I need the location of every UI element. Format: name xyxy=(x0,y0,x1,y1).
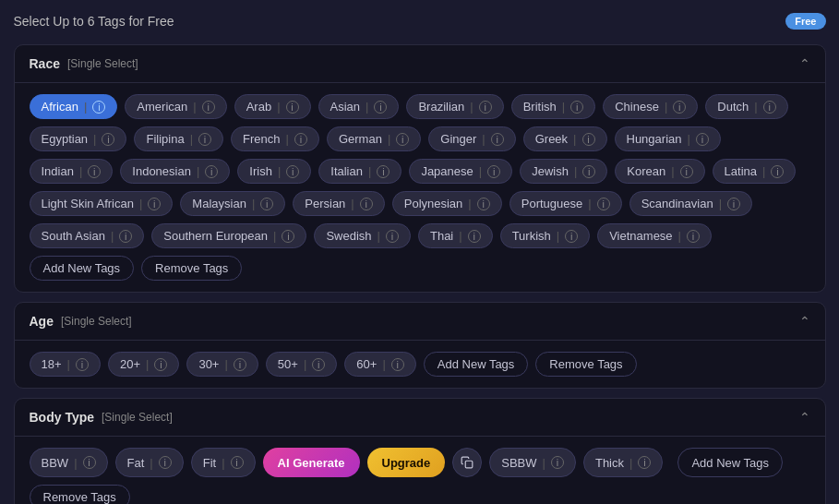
tag-asian[interactable]: Asian | i xyxy=(318,94,400,119)
info-icon[interactable]: i xyxy=(727,198,740,210)
tag-bbw[interactable]: BBW | i xyxy=(30,448,108,477)
info-icon[interactable]: i xyxy=(582,133,595,146)
tag-malaysian[interactable]: Malaysian | i xyxy=(180,191,285,216)
tag-thai[interactable]: Thai | i xyxy=(418,223,493,248)
info-icon[interactable]: i xyxy=(374,101,387,114)
tag-ginger[interactable]: Ginger | i xyxy=(428,126,515,151)
info-icon[interactable]: i xyxy=(148,198,161,210)
ai-generate-button[interactable]: AI Generate xyxy=(263,448,360,477)
info-icon[interactable]: i xyxy=(680,165,693,178)
tag-brazilian[interactable]: Brazilian | i xyxy=(406,94,503,119)
info-icon[interactable]: i xyxy=(360,198,373,210)
info-icon[interactable]: i xyxy=(551,456,564,469)
race-add-new-tags-button[interactable]: Add New Tags xyxy=(30,256,135,281)
info-icon[interactable]: i xyxy=(286,165,299,178)
tag-swedish[interactable]: Swedish | i xyxy=(314,223,411,248)
info-icon[interactable]: i xyxy=(260,198,273,210)
info-icon[interactable]: i xyxy=(154,358,167,371)
info-icon[interactable]: i xyxy=(570,101,583,114)
tag-indonesian[interactable]: Indonesian | i xyxy=(120,159,230,184)
info-icon[interactable]: i xyxy=(597,198,610,210)
info-icon[interactable]: i xyxy=(159,456,172,469)
info-icon[interactable]: i xyxy=(312,358,325,371)
tag-persian[interactable]: Persian | i xyxy=(293,191,384,216)
tag-greek[interactable]: Greek | i xyxy=(523,126,607,151)
info-icon[interactable]: i xyxy=(771,165,784,178)
info-icon[interactable]: i xyxy=(282,230,294,243)
info-icon[interactable]: i xyxy=(468,230,481,243)
info-icon[interactable]: i xyxy=(234,358,246,371)
tag-sbbw[interactable]: SBBW | i xyxy=(489,448,576,477)
info-icon[interactable]: i xyxy=(763,101,776,114)
tag-indian[interactable]: Indian | i xyxy=(30,159,114,184)
info-icon[interactable]: i xyxy=(477,198,490,210)
tag-polynesian[interactable]: Polynesian | i xyxy=(392,191,502,216)
tag-filipina[interactable]: Filipina | i xyxy=(134,126,223,151)
info-icon[interactable]: i xyxy=(202,101,215,114)
body-type-section-header[interactable]: Body Type [Single Select] ⌃ xyxy=(15,399,825,437)
tag-italian[interactable]: Italian | i xyxy=(318,159,402,184)
tag-turkish[interactable]: Turkish | i xyxy=(500,223,591,248)
info-icon[interactable]: i xyxy=(231,456,244,469)
info-icon[interactable]: i xyxy=(696,133,709,146)
body-type-remove-tags-button[interactable]: Remove Tags xyxy=(30,485,130,504)
tag-chinese[interactable]: Chinese | i xyxy=(603,94,698,119)
tag-irish[interactable]: Irish | i xyxy=(237,159,311,184)
info-icon[interactable]: i xyxy=(687,230,700,243)
tag-hungarian[interactable]: Hungarian | i xyxy=(615,126,721,151)
tag-egyptian[interactable]: Egyptian | i xyxy=(30,126,127,151)
tag-20plus[interactable]: 20+ | i xyxy=(108,352,179,377)
info-icon[interactable]: i xyxy=(565,230,578,243)
race-remove-tags-button[interactable]: Remove Tags xyxy=(141,256,242,281)
info-icon[interactable]: i xyxy=(396,133,409,146)
tag-african[interactable]: African | i xyxy=(30,94,118,119)
tag-fit[interactable]: Fit | i xyxy=(191,448,256,477)
info-icon[interactable]: i xyxy=(102,133,114,146)
age-remove-tags-button[interactable]: Remove Tags xyxy=(535,352,636,377)
tag-light-skin-african[interactable]: Light Skin African | i xyxy=(30,191,174,216)
info-icon[interactable]: i xyxy=(479,101,492,114)
info-icon[interactable]: i xyxy=(673,101,686,114)
tag-thick[interactable]: Thick | i xyxy=(583,448,663,477)
age-add-new-tags-button[interactable]: Add New Tags xyxy=(424,352,529,377)
tag-30plus[interactable]: 30+ | i xyxy=(186,352,258,377)
tag-latina[interactable]: Latina | i xyxy=(713,159,797,184)
tag-french[interactable]: French | i xyxy=(231,126,319,151)
tag-jewish[interactable]: Jewish | i xyxy=(520,159,607,184)
info-icon[interactable]: i xyxy=(294,133,307,146)
tag-portuguese[interactable]: Portuguese | i xyxy=(509,191,622,216)
tag-60plus[interactable]: 60+ | i xyxy=(344,352,415,377)
info-icon[interactable]: i xyxy=(582,165,595,178)
info-icon[interactable]: i xyxy=(92,101,105,114)
tag-scandinavian[interactable]: Scandinavian | i xyxy=(629,191,752,216)
tag-japanese[interactable]: Japanese | i xyxy=(409,159,512,184)
tag-southern-european[interactable]: Southern European | i xyxy=(151,223,306,248)
info-icon[interactable]: i xyxy=(391,358,404,371)
race-section-header[interactable]: Race [Single Select] ⌃ xyxy=(15,45,825,83)
info-icon[interactable]: i xyxy=(83,456,96,469)
info-icon[interactable]: i xyxy=(119,230,132,243)
info-icon[interactable]: i xyxy=(198,133,211,146)
tag-50plus[interactable]: 50+ | i xyxy=(266,352,337,377)
tag-american[interactable]: American | i xyxy=(125,94,226,119)
age-section-header[interactable]: Age [Single Select] ⌃ xyxy=(15,303,825,341)
info-icon[interactable]: i xyxy=(286,101,299,114)
tag-german[interactable]: German | i xyxy=(327,126,421,151)
tag-dutch[interactable]: Dutch | i xyxy=(705,94,787,119)
info-icon[interactable]: i xyxy=(386,230,399,243)
info-icon[interactable]: i xyxy=(638,456,651,469)
info-icon[interactable]: i xyxy=(487,165,500,178)
info-icon[interactable]: i xyxy=(377,165,390,178)
tag-british[interactable]: British | i xyxy=(511,94,596,119)
body-type-add-new-tags-button[interactable]: Add New Tags xyxy=(677,448,783,477)
tag-vietnamese[interactable]: Vietnamese | i xyxy=(597,223,712,248)
copy-icon-button[interactable] xyxy=(452,448,482,477)
upgrade-button[interactable]: Upgrade xyxy=(367,448,446,477)
info-icon[interactable]: i xyxy=(205,165,218,178)
tag-fat[interactable]: Fat | i xyxy=(115,448,184,477)
tag-south-asian[interactable]: South Asian | i xyxy=(30,223,145,248)
tag-arab[interactable]: Arab | i xyxy=(234,94,311,119)
info-icon[interactable]: i xyxy=(88,165,101,178)
info-icon[interactable]: i xyxy=(491,133,504,146)
tag-18plus[interactable]: 18+ | i xyxy=(30,352,101,377)
